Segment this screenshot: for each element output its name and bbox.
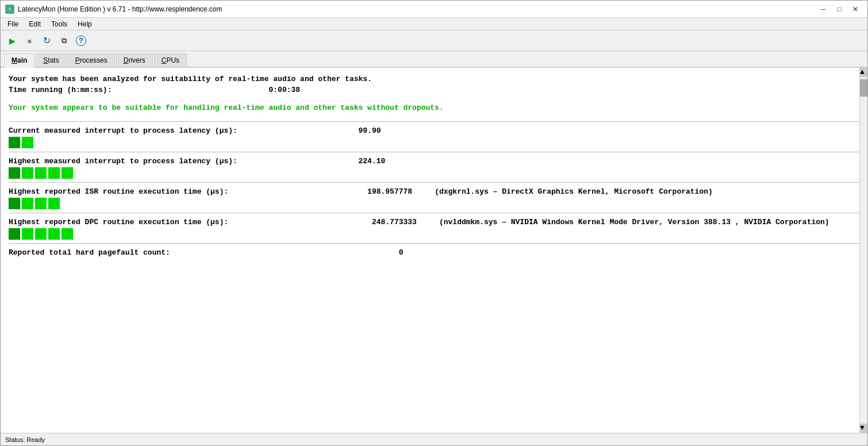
minimize-button[interactable]: ─ [816, 3, 831, 15]
current-latency-bar [9, 137, 859, 148]
separator-2 [9, 152, 859, 152]
tab-processes[interactable]: Processes [68, 53, 115, 67]
metric-pagefault: Reported total hard pagefault count: 0 [9, 248, 859, 257]
bar-block [9, 198, 20, 209]
bar-block [22, 228, 33, 240]
refresh-icon [43, 35, 51, 46]
status-text: Status: Ready [5, 436, 45, 443]
tab-bar: Main Stats Processes Drivers CPUs [1, 51, 867, 68]
tab-stats[interactable]: Stats [36, 53, 66, 67]
menu-tools[interactable]: Tools [47, 19, 72, 29]
title-controls: ─ □ ✕ [816, 3, 863, 15]
highest-latency-label: Highest measured interrupt to process la… [9, 157, 237, 166]
main-window: ⚡ LatencyMon (Home Edition ) v 6.71 - ht… [0, 0, 868, 446]
separator-5 [9, 243, 859, 244]
bar-block [62, 167, 73, 179]
time-running-line: Time running (h:mm:ss): 0:00:38 [9, 86, 859, 94]
menu-help[interactable]: Help [73, 19, 97, 29]
bar-block [35, 198, 47, 209]
bar-block [22, 198, 33, 209]
bar-block [9, 167, 20, 179]
bar-block [35, 228, 47, 240]
highest-dpc-detail: (nvlddmkm.sys – NVIDIA Windows Kernel Mo… [421, 218, 829, 226]
tab-drivers[interactable]: Drivers [116, 53, 153, 67]
menu-file[interactable]: File [3, 19, 23, 29]
separator-3 [9, 182, 859, 183]
pagefault-value: 0 [399, 248, 404, 257]
time-running-value: 0:00:38 [268, 86, 300, 94]
metric-highest-isr: Highest reported ISR routine execution t… [9, 187, 859, 209]
tab-cpus[interactable]: CPUs [154, 53, 187, 67]
status-message: Your system appears to be suitable for h… [9, 103, 859, 112]
bar-block [48, 167, 60, 179]
current-latency-value: 99.90 [359, 126, 381, 135]
scrollbar-track[interactable]: ▲ ▼ [859, 68, 867, 433]
app-icon: ⚡ [5, 5, 14, 14]
help-button[interactable] [73, 33, 89, 49]
scrollbar-down-arrow[interactable]: ▼ [860, 424, 867, 433]
metric-highest-latency: Highest measured interrupt to process la… [9, 157, 859, 179]
toolbar [1, 30, 867, 51]
highest-dpc-value: 248.773333 [372, 218, 417, 226]
bar-block [9, 228, 20, 240]
bar-block [9, 137, 20, 148]
bar-block [22, 137, 33, 148]
highest-latency-value: 224.10 [359, 157, 386, 166]
metrics-container: Current measured interrupt to process la… [9, 126, 859, 257]
maximize-button[interactable]: □ [832, 3, 847, 15]
separator-1 [9, 121, 859, 122]
play-icon [9, 36, 16, 45]
close-button[interactable]: ✕ [848, 3, 863, 15]
status-bar: Status: Ready [1, 433, 867, 445]
highest-isr-value: 198.957778 [367, 187, 412, 196]
analyzed-line: Your system has been analyzed for suitab… [9, 75, 859, 83]
title-bar: ⚡ LatencyMon (Home Edition ) v 6.71 - ht… [1, 1, 867, 18]
bar-block [48, 198, 60, 209]
current-latency-label: Current measured interrupt to process la… [9, 126, 237, 135]
window-title: LatencyMon (Home Edition ) v 6.71 - http… [18, 5, 222, 13]
title-bar-left: ⚡ LatencyMon (Home Edition ) v 6.71 - ht… [5, 5, 222, 14]
menu-bar: File Edit Tools Help [1, 18, 867, 30]
play-button[interactable] [4, 33, 20, 49]
stop-button[interactable] [21, 33, 37, 49]
info-block: Your system has been analyzed for suitab… [9, 75, 859, 94]
time-running-label: Time running (h:mm:ss): [9, 86, 112, 94]
bar-block [62, 228, 73, 240]
pagefault-label: Reported total hard pagefault count: [9, 248, 170, 257]
highest-isr-label: Highest reported ISR routine execution t… [9, 187, 228, 196]
bar-block [48, 228, 60, 240]
menu-edit[interactable]: Edit [24, 19, 45, 29]
window-icon [62, 36, 67, 45]
stop-icon [27, 36, 31, 45]
highest-dpc-bar [9, 228, 859, 240]
highest-latency-bar [9, 167, 859, 179]
bar-block [22, 167, 33, 179]
separator-4 [9, 213, 859, 213]
help-icon [76, 36, 86, 46]
content-area: Your system has been analyzed for suitab… [1, 68, 867, 433]
highest-dpc-label: Highest reported DPC routine execution t… [9, 218, 228, 226]
refresh-button[interactable] [39, 33, 55, 49]
metric-highest-dpc: Highest reported DPC routine execution t… [9, 218, 859, 240]
tab-main[interactable]: Main [4, 53, 34, 68]
scrollbar-thumb[interactable] [860, 79, 867, 97]
metric-current-latency: Current measured interrupt to process la… [9, 126, 859, 148]
window-button[interactable] [56, 33, 72, 49]
highest-isr-bar [9, 198, 859, 209]
bar-block [35, 167, 47, 179]
scrollbar-up-arrow[interactable]: ▲ [860, 68, 867, 77]
highest-isr-detail: (dxgkrnl.sys – DirectX Graphics Kernel, … [417, 187, 713, 196]
